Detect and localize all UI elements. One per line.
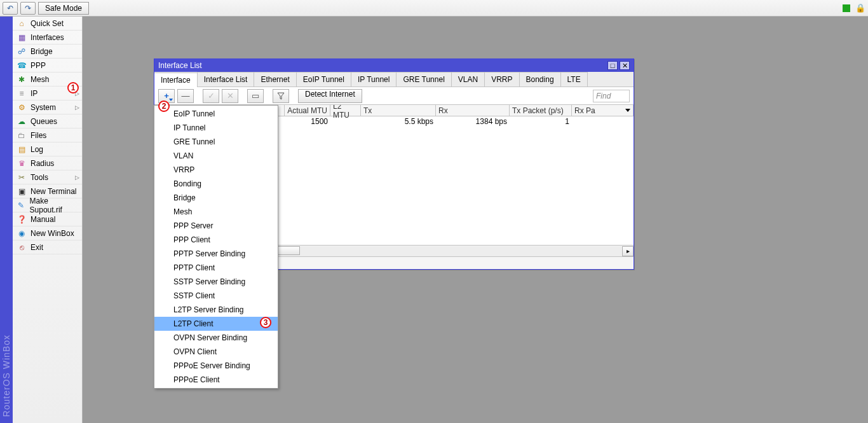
- sidebar-item-system[interactable]: ⚙System▷: [13, 101, 82, 114]
- comment-button[interactable]: ▭: [247, 89, 264, 103]
- window-close-button[interactable]: ✕: [620, 61, 630, 70]
- sidebar-item-files[interactable]: 🗀Files: [13, 128, 82, 142]
- sidebar-item-label: New WinBox: [31, 229, 74, 238]
- sidebar-item-log[interactable]: ▤Log: [13, 142, 82, 156]
- menu-item-pppoe-server-binding[interactable]: PPPoE Server Binding: [154, 359, 278, 373]
- sidebar-item-make-supout[interactable]: ✎Make Supout.rif: [13, 198, 82, 212]
- menu-item-l2tp-server-binding[interactable]: L2TP Server Binding: [154, 303, 278, 317]
- sidebar-item-ppp[interactable]: ☎PPP: [13, 59, 82, 73]
- sidebar-item-label: Exit: [31, 243, 43, 252]
- menu-item-ovpn-client[interactable]: OVPN Client: [154, 345, 278, 359]
- annotation-1: 1: [67, 82, 79, 94]
- menu-item-vlan[interactable]: VLAN: [154, 149, 278, 163]
- menu-item-gre-tunnel[interactable]: GRE Tunnel: [154, 135, 278, 149]
- scroll-right-button[interactable]: ▸: [622, 246, 634, 256]
- sidebar-item-queues-icon: ☁: [17, 116, 27, 127]
- col-actual-mtu[interactable]: Actual MTU: [285, 105, 330, 116]
- sidebar-item-label: System: [31, 103, 56, 112]
- tab-vrrp[interactable]: VRRP: [484, 72, 519, 87]
- disable-button[interactable]: ✕: [222, 89, 238, 103]
- tab-gre-tunnel[interactable]: GRE Tunnel: [396, 72, 451, 87]
- menu-item-l2tp-client[interactable]: L2TP Client: [154, 317, 278, 331]
- sidebar-item-label: Files: [31, 131, 46, 140]
- window-titlebar[interactable]: Interface List □ ✕: [154, 59, 634, 72]
- menu-item-ovpn-server-binding[interactable]: OVPN Server Binding: [154, 331, 278, 345]
- sidebar-item-label: PPP: [31, 61, 46, 70]
- menu-item-ip-tunnel[interactable]: IP Tunnel: [154, 121, 278, 135]
- sidebar-item-manual-icon: ❓: [17, 214, 27, 225]
- sidebar-item-new-winbox[interactable]: ◉New WinBox: [13, 226, 82, 240]
- sidebar-item-label: Tools: [31, 173, 48, 182]
- sidebar-item-log-icon: ▤: [17, 144, 27, 155]
- menu-item-bonding[interactable]: Bonding: [154, 177, 278, 191]
- sidebar-item-label: Bridge: [31, 47, 53, 56]
- funnel-icon: [277, 92, 285, 100]
- tab-ip-tunnel[interactable]: IP Tunnel: [351, 72, 397, 87]
- menu-item-sstp-server-binding[interactable]: SSTP Server Binding: [154, 275, 278, 289]
- menu-item-pppoe-client[interactable]: PPPoE Client: [154, 373, 278, 387]
- sidebar-item-label: Make Supout.rif: [30, 197, 78, 214]
- sidebar-item-queues[interactable]: ☁Queues: [13, 114, 82, 128]
- sidebar-item-bridge-icon: ☍: [17, 46, 27, 57]
- cell-tx: 5.5 kbps: [361, 116, 436, 127]
- annotation-2: 2: [158, 101, 170, 112]
- col-rx[interactable]: Rx: [436, 105, 510, 116]
- tab-lte[interactable]: LTE: [560, 72, 588, 87]
- menu-item-ppp-client[interactable]: PPP Client: [154, 233, 278, 247]
- lock-icon: 🔒: [855, 3, 865, 13]
- add-interface-dropdown: EoIP TunnelIP TunnelGRE TunnelVLANVRRPBo…: [154, 105, 278, 389]
- detect-internet-button[interactable]: Detect Internet: [298, 89, 362, 103]
- sidebar-item-interfaces[interactable]: ▦Interfaces: [13, 31, 82, 45]
- col-rx-packet[interactable]: Rx Pa: [572, 105, 634, 116]
- redo-icon: ↷: [25, 4, 31, 13]
- app-brand-bar: RouterOS WinBox: [0, 17, 13, 423]
- tab-ethernet[interactable]: Ethernet: [254, 72, 296, 87]
- sidebar-item-tools[interactable]: ✂Tools▷: [13, 170, 82, 184]
- menu-item-pptp-server-binding[interactable]: PPTP Server Binding: [154, 247, 278, 261]
- sidebar-item-interfaces-icon: ▦: [17, 32, 27, 43]
- col-tx[interactable]: Tx: [361, 105, 436, 116]
- undo-icon: ↶: [7, 4, 13, 13]
- redo-button[interactable]: ↷: [20, 2, 36, 15]
- tab-vlan[interactable]: VLAN: [451, 72, 485, 87]
- sidebar-item-radius-icon: ♛: [17, 158, 27, 169]
- sidebar-item-label: Manual: [31, 215, 55, 224]
- sidebar-item-label: Interfaces: [31, 33, 64, 42]
- menu-item-sstp-client[interactable]: SSTP Client: [154, 289, 278, 303]
- sidebar-item-quickset[interactable]: ⌂Quick Set: [13, 17, 82, 31]
- menu-item-pptp-client[interactable]: PPTP Client: [154, 261, 278, 275]
- sidebar-item-manual[interactable]: ❓Manual: [13, 212, 82, 226]
- menu-item-ppp-server[interactable]: PPP Server: [154, 219, 278, 233]
- tab-interface-list[interactable]: Interface List: [197, 72, 255, 87]
- sidebar-item-label: Quick Set: [31, 19, 64, 28]
- sidebar-item-files-icon: 🗀: [17, 130, 27, 141]
- cell-mtu: 1500: [285, 116, 330, 127]
- undo-button[interactable]: ↶: [3, 2, 18, 15]
- remove-button[interactable]: —: [177, 89, 194, 103]
- tab-eoip-tunnel[interactable]: EoIP Tunnel: [296, 72, 351, 87]
- menu-item-vrrp[interactable]: VRRP: [154, 163, 278, 177]
- enable-button[interactable]: ✓: [203, 89, 219, 103]
- sidebar-item-label: Log: [31, 145, 43, 154]
- find-input[interactable]: Find: [593, 90, 630, 102]
- sidebar-item-radius[interactable]: ♛Radius: [13, 156, 82, 170]
- sidebar-item-bridge[interactable]: ☍Bridge: [13, 45, 82, 59]
- window-maximize-button[interactable]: □: [607, 61, 618, 70]
- safe-mode-button[interactable]: Safe Mode: [38, 2, 89, 15]
- tab-interface[interactable]: Interface: [154, 73, 198, 87]
- tab-bonding[interactable]: Bonding: [519, 72, 561, 87]
- menu-item-eoip-tunnel[interactable]: EoIP Tunnel: [154, 107, 278, 121]
- cell-rx: 1384 bps: [436, 116, 510, 127]
- sidebar-item-exit[interactable]: ⎋Exit: [13, 240, 82, 254]
- col-l2-mtu[interactable]: L2 MTU: [330, 105, 361, 116]
- sidebar-item-make-supout-icon: ✎: [17, 200, 26, 211]
- status-square-icon: [843, 4, 850, 12]
- menu-item-mesh[interactable]: Mesh: [154, 205, 278, 219]
- col-tx-packet[interactable]: Tx Packet (p/s): [510, 105, 572, 116]
- sidebar-item-label: Mesh: [31, 75, 49, 84]
- sidebar-item-system-icon: ⚙: [17, 102, 27, 113]
- sidebar-item-new-winbox-icon: ◉: [17, 228, 27, 239]
- menu-item-bridge[interactable]: Bridge: [154, 191, 278, 205]
- filter-button[interactable]: [273, 89, 289, 103]
- sidebar-item-quickset-icon: ⌂: [17, 18, 27, 29]
